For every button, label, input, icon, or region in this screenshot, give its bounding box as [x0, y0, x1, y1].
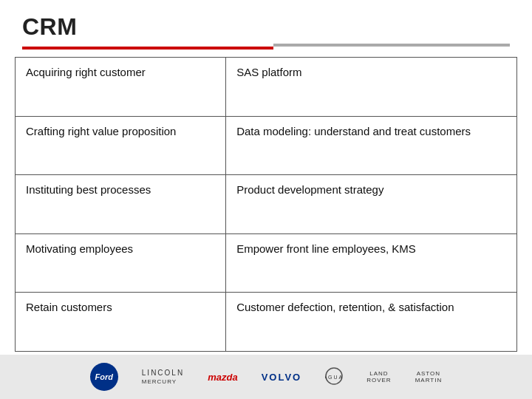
table-row: Acquiring right customer SAS platform	[16, 58, 517, 117]
volvo-logo: VOLVO	[262, 372, 302, 383]
landrover-logo: LANDROVER	[366, 370, 391, 383]
ford-logo: Ford	[90, 363, 118, 391]
decorative-bar-row	[22, 44, 510, 50]
crm-table: Acquiring right customer SAS platform Cr…	[15, 57, 517, 352]
table-row: Motivating employees Empower front line …	[16, 233, 517, 293]
table-cell-col1-row2: Crafting right value proposition	[16, 116, 226, 175]
gray-bar	[273, 44, 510, 47]
table-row: Instituting best processes Product devel…	[16, 175, 517, 234]
header: CRM	[0, 0, 532, 54]
page: CRM Acquiring right customer SAS platfor…	[0, 0, 532, 399]
table-cell-col2-row4: Empower front line employees, KMS	[226, 233, 517, 293]
mazda-logo: mazda	[208, 372, 237, 383]
red-bar	[22, 47, 273, 50]
table-cell-col2-row2: Data modeling: understand and treat cust…	[226, 116, 517, 175]
main-content: Acquiring right customer SAS platform Cr…	[0, 54, 532, 355]
table-cell-col1-row3: Instituting best processes	[16, 175, 226, 234]
table-row: Retain customers Customer defection, ret…	[16, 293, 517, 352]
table-cell-col1-row1: Acquiring right customer	[16, 58, 226, 117]
table-cell-col2-row3: Product development strategy	[226, 175, 517, 234]
table-cell-col2-row1: SAS platform	[226, 58, 517, 117]
table-cell-col2-row5: Customer defection, retention, & satisfa…	[226, 293, 517, 352]
jaguar-icon: JAGUAR	[325, 367, 343, 385]
footer: Ford LINCOLNMERCURY mazda VOLVO JAGUAR L…	[0, 355, 532, 399]
table-row: Crafting right value proposition Data mo…	[16, 116, 517, 175]
table-cell-col1-row5: Retain customers	[16, 293, 226, 352]
jaguar-logo: JAGUAR	[325, 367, 343, 386]
aston-martin-logo: ASTONMARTIN	[415, 370, 443, 383]
page-title: CRM	[22, 13, 510, 41]
lincoln-logo: LINCOLNMERCURY	[142, 369, 184, 385]
svg-text:JAGUAR: JAGUAR	[325, 375, 343, 380]
table-cell-col1-row4: Motivating employees	[16, 233, 226, 293]
